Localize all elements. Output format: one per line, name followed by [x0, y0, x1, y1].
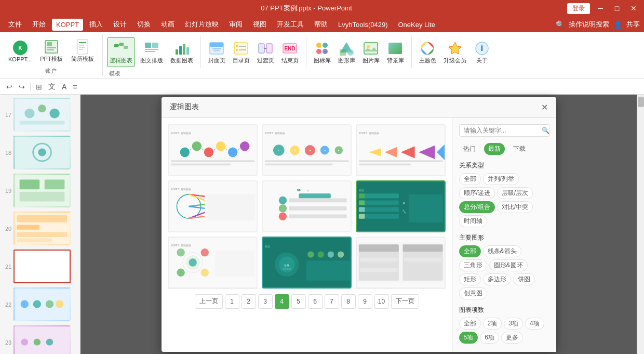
ribbon-logic-chart-btn[interactable]: 逻辑图表 — [107, 37, 135, 67]
pagination-7[interactable]: 7 — [325, 294, 339, 309]
menu-lvyh[interactable]: LvyhTools(0429) — [334, 19, 392, 31]
filter-tab-newest[interactable]: 最新 — [484, 143, 505, 155]
toolbar-more[interactable]: ≡ — [71, 82, 79, 92]
filter-tag-sequential[interactable]: 顺序/递进 — [459, 187, 495, 199]
chart-item-4[interactable]: KOPPT · 逻辑图表 — [168, 180, 258, 232]
slide-thumb-20[interactable] — [14, 212, 71, 245]
menu-transition[interactable]: 切换 — [133, 18, 155, 31]
filter-search-input[interactable] — [464, 127, 542, 134]
pagination-8[interactable]: 8 — [341, 294, 356, 309]
ribbon-koppt-btn[interactable]: K KOPPT... — [6, 37, 34, 64]
close-button[interactable]: ✕ — [627, 3, 640, 14]
ribbon-catalog-btn[interactable]: 目录页 — [231, 38, 252, 67]
filter-tab-hot[interactable]: 热门 — [459, 143, 480, 155]
scrollbar-thumb[interactable] — [638, 97, 644, 107]
slide-item-23[interactable]: 23 — [2, 324, 78, 354]
menu-insert[interactable]: 插入 — [85, 18, 107, 31]
pagination-1[interactable]: 1 — [225, 294, 239, 309]
slide-thumb-22[interactable] — [14, 287, 71, 321]
slide-item-17[interactable]: 17 — [2, 97, 78, 133]
filter-tag-circle[interactable]: 圆形&圆环 — [489, 259, 528, 271]
filter-tag-6[interactable]: 6项 — [480, 332, 499, 344]
chart-item-3[interactable]: KOPPT · 逻辑图表 — [356, 124, 446, 176]
toolbar-text[interactable]: 文 — [46, 81, 58, 93]
slide-item-22[interactable]: 22 — [2, 286, 78, 322]
right-scrollbar[interactable] — [637, 95, 644, 354]
chart-item-2[interactable]: KOPPT · 逻辑图表 ✓ ⚙ ★ ☁ — [262, 124, 352, 176]
filter-tag-rect[interactable]: 矩形 — [459, 273, 481, 285]
ribbon-transition-btn[interactable]: 过渡页 — [255, 38, 276, 67]
pagination-next[interactable]: 下一页 — [391, 294, 419, 309]
pagination-2[interactable]: 2 — [242, 294, 256, 309]
ribbon-shape-lib-btn[interactable]: 图形库 — [336, 38, 357, 67]
slide-item-18[interactable]: 18 — [2, 135, 78, 171]
chart-item-9[interactable] — [356, 237, 446, 289]
chart-item-7[interactable]: KOPPT · 逻辑图表 — [168, 237, 258, 289]
toolbar-zoom-fit[interactable]: ⊞ — [34, 82, 44, 92]
toolbar-font-size[interactable]: A — [60, 82, 69, 92]
search-label[interactable]: 操作说明搜索 — [569, 20, 609, 29]
modal-close-button[interactable]: ✕ — [541, 102, 548, 112]
filter-tag-pie[interactable]: 饼图 — [513, 273, 535, 285]
menu-animation[interactable]: 动画 — [157, 18, 179, 31]
share-label[interactable]: 共享 — [626, 20, 640, 29]
slide-thumb-17[interactable] — [14, 98, 71, 132]
filter-tag-polygon[interactable]: 多边形 — [483, 273, 511, 285]
slide-thumb-19[interactable] — [14, 174, 71, 207]
ribbon-data-chart-btn[interactable]: 数据图表 — [168, 38, 195, 67]
filter-tag-total[interactable]: 总分/组合 — [459, 201, 495, 213]
menu-home[interactable]: 开始 — [28, 18, 50, 31]
slide-thumb-23[interactable] — [14, 325, 71, 354]
filter-tag-all-shape[interactable]: 全部 — [459, 245, 481, 257]
menu-help[interactable]: 帮助 — [310, 18, 332, 31]
ribbon-ppt-template-btn[interactable]: PPT模板 — [38, 36, 64, 65]
filter-tag-triangle[interactable]: 三角形 — [459, 259, 487, 271]
pagination-6[interactable]: 6 — [308, 294, 323, 309]
toolbar-redo[interactable]: ↪ — [17, 82, 27, 92]
filter-tag-contrast[interactable]: 对比/中突 — [497, 201, 533, 213]
ribbon-text-layout-btn[interactable]: 图文排版 — [138, 38, 165, 67]
slide-item-20[interactable]: 20 — [2, 211, 78, 246]
filter-tag-5[interactable]: 5项 — [459, 332, 478, 344]
slide-thumb-21[interactable] — [14, 250, 71, 283]
menu-design[interactable]: 设计 — [109, 18, 131, 31]
ribbon-resume-btn[interactable]: 简历模板 — [69, 36, 96, 65]
pagination-5[interactable]: 5 — [291, 294, 306, 309]
filter-tag-creative[interactable]: 创意图 — [459, 287, 487, 299]
chart-item-6[interactable]: 精品 ✕ 🔧 — [356, 180, 446, 232]
pagination-10[interactable]: 10 — [374, 294, 389, 309]
filter-tab-download[interactable]: 下载 — [509, 143, 530, 155]
filter-tag-timeline[interactable]: 时间轴 — [459, 215, 487, 227]
menu-slideshow[interactable]: 幻灯片放映 — [181, 18, 223, 31]
filter-tag-all-relation[interactable]: 全部 — [459, 173, 481, 185]
pagination-prev[interactable]: 上一页 — [195, 294, 223, 309]
slide-thumb-18[interactable] — [14, 136, 71, 169]
ribbon-about-btn[interactable]: i 关于 — [472, 38, 492, 67]
ribbon-icon-lib-btn[interactable]: 图标库 — [312, 38, 333, 67]
minimize-button[interactable]: ─ — [594, 3, 607, 14]
filter-tag-hierarchy[interactable]: 层吸/层次 — [497, 187, 533, 199]
filter-tag-3[interactable]: 3项 — [504, 318, 523, 330]
chart-item-1[interactable]: KOPPT · 逻辑图表 — [168, 124, 258, 176]
ribbon-upgrade-btn[interactable]: 升级会员 — [441, 38, 468, 67]
ribbon-cover-btn[interactable]: 封面页 — [206, 38, 227, 67]
ribbon-image-lib-btn[interactable]: 图片库 — [360, 38, 382, 67]
pagination-9[interactable]: 9 — [358, 294, 372, 309]
filter-tag-2[interactable]: 2项 — [483, 318, 502, 330]
ribbon-end-btn[interactable]: END 结束页 — [279, 38, 301, 67]
toolbar-undo[interactable]: ↩ — [4, 82, 15, 92]
pagination-4[interactable]: 4 — [275, 294, 289, 309]
restore-button[interactable]: □ — [611, 3, 623, 14]
menu-onekey[interactable]: OneKey Lite — [394, 19, 439, 31]
login-button[interactable]: 登录 — [567, 3, 590, 14]
menu-koppt[interactable]: KOPPT — [52, 19, 83, 31]
chart-item-8[interactable]: 精品 总分 组合构成 — [262, 237, 352, 289]
filter-tag-all-count[interactable]: 全部 — [459, 318, 481, 330]
menu-devtools[interactable]: 开发工具 — [273, 18, 308, 31]
slide-item-21[interactable]: 21 — [2, 248, 78, 284]
filter-search-box[interactable]: 🔍 — [459, 124, 550, 137]
slide-item-19[interactable]: 19 — [2, 173, 78, 208]
filter-tag-parallel[interactable]: 并列/列举 — [483, 173, 519, 185]
menu-view[interactable]: 视图 — [249, 18, 271, 31]
menu-review[interactable]: 审阅 — [225, 18, 247, 31]
